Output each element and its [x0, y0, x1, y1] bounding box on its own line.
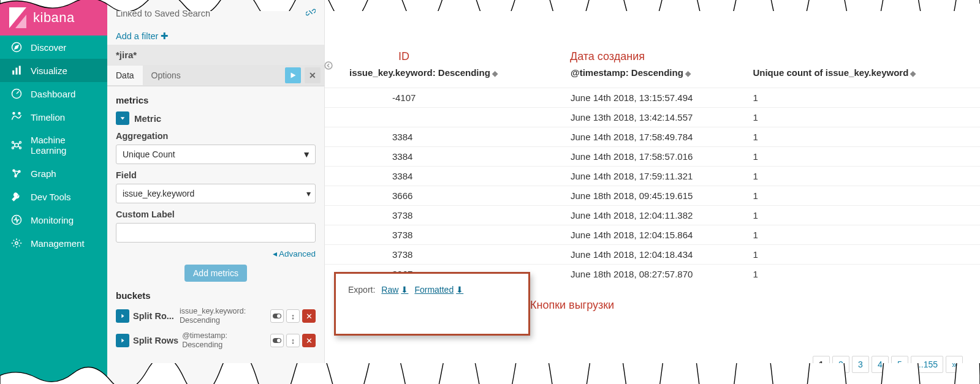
table-row[interactable]: 3738June 14th 2018, 12:04:15.8641	[325, 225, 980, 245]
nav-label: Visualize	[31, 66, 67, 76]
svg-point-28	[277, 339, 281, 342]
sidebar-item-timelion[interactable]: Timelion	[0, 105, 107, 129]
col-header-key[interactable]: issue_key.keyword: Descending◆	[325, 61, 562, 88]
sidebar-item-management[interactable]: Management	[0, 232, 107, 255]
bucket-toggle-button[interactable]	[270, 334, 284, 347]
sidebar-item-dashboard[interactable]: Dashboard	[0, 82, 107, 105]
bucket-summary: issue_key.keyword: Descending	[180, 307, 267, 325]
sidebar-item-devtools[interactable]: Dev Tools	[0, 185, 107, 208]
sidebar-item-ml[interactable]: Machine Learning	[0, 129, 107, 162]
table-row[interactable]: 3738June 14th 2018, 12:04:11.3821	[325, 206, 980, 225]
cell-ts: June 14th 2018, 12:04:11.382	[562, 206, 744, 225]
page-last[interactable]: ...155	[911, 356, 943, 373]
svg-rect-4	[12, 70, 14, 75]
export-callout: Export: Raw ⬇ Formatted ⬇	[334, 272, 530, 336]
page-5[interactable]: 5	[891, 356, 908, 373]
logo-bar[interactable]: kibana	[0, 0, 107, 36]
cell-key: 3738	[325, 206, 562, 225]
tab-data[interactable]: Data	[107, 66, 143, 85]
bucket-row: Split Ro... issue_key.keyword: Descendin…	[116, 307, 316, 325]
export-label: Export:	[348, 285, 375, 295]
apply-changes-button[interactable]	[285, 67, 301, 83]
custom-label-label: Custom Label	[116, 209, 316, 219]
table-row[interactable]: June 13th 2018, 13:42:14.5571	[325, 108, 980, 127]
bucket-name: Split Ro...	[133, 311, 176, 321]
metric-collapse-toggle[interactable]	[116, 111, 129, 125]
bucket-delete-button[interactable]: ✕	[302, 334, 316, 347]
sidebar-item-visualize[interactable]: Visualize	[0, 59, 107, 82]
svg-marker-21	[291, 73, 296, 78]
table-row[interactable]: 3384June 14th 2018, 17:58:57.0161	[325, 147, 980, 167]
svg-rect-6	[19, 66, 21, 75]
sidebar-item-monitoring[interactable]: Monitoring	[0, 208, 107, 232]
cell-ts: June 13th 2018, 13:42:14.557	[562, 108, 744, 127]
data-table: issue_key.keyword: Descending◆ @timestam…	[325, 61, 980, 284]
cell-count: 1	[744, 245, 980, 265]
cell-key: -4107	[325, 88, 562, 108]
cell-count: 1	[744, 167, 980, 186]
cell-key: 3384	[325, 147, 562, 167]
table-row[interactable]: 3384June 14th 2018, 17:58:49.7841	[325, 127, 980, 147]
table-row[interactable]: 3738June 14th 2018, 12:04:18.4341	[325, 245, 980, 265]
sidebar-item-graph[interactable]: Graph	[0, 162, 107, 185]
unlink-icon[interactable]	[306, 7, 316, 19]
custom-label-input[interactable]	[116, 223, 316, 243]
page-1[interactable]: 1	[813, 356, 830, 373]
bucket-collapse-toggle[interactable]	[116, 309, 129, 323]
svg-point-9	[18, 113, 20, 115]
cell-count: 1	[744, 88, 980, 108]
download-icon: ⬇	[401, 285, 408, 295]
advanced-toggle[interactable]: ◂ Advanced	[116, 249, 316, 258]
sidebar-item-discover[interactable]: Discover	[0, 36, 107, 59]
bucket-summary: @timestamp: Descending	[182, 331, 267, 350]
page-next[interactable]: »	[946, 356, 963, 373]
cell-ts: June 18th 2018, 08:27:57.870	[562, 265, 744, 284]
nav-label: Timelion	[31, 112, 65, 122]
annotation-id: ID	[398, 50, 409, 63]
metrics-heading: metrics	[116, 95, 316, 105]
col-header-ts[interactable]: @timestamp: Descending◆	[562, 61, 744, 88]
tab-options[interactable]: Options	[143, 66, 189, 85]
annotation-date: Дата создания	[570, 50, 645, 63]
svg-marker-23	[121, 314, 124, 318]
nav-list: Discover Visualize Dashboard Timelion Ma…	[0, 36, 107, 255]
cell-count: 1	[744, 147, 980, 167]
table-row[interactable]: -4107June 14th 2018, 13:15:57.4941	[325, 88, 980, 108]
cell-key: 3738	[325, 245, 562, 265]
export-formatted-link[interactable]: Formatted ⬇	[414, 285, 463, 295]
nav-label: Monitoring	[31, 215, 74, 225]
bucket-toggle-button[interactable]	[270, 309, 284, 323]
nav-label: Discover	[31, 42, 66, 53]
table-row[interactable]: 3666June 18th 2018, 09:45:19.6151	[325, 186, 980, 206]
svg-marker-3	[15, 45, 18, 49]
index-pattern[interactable]: *jira*	[107, 45, 324, 65]
bucket-priority-button[interactable]: ↕	[286, 334, 300, 347]
add-filter-label: Add a filter	[116, 31, 158, 41]
bucket-collapse-toggle[interactable]	[116, 334, 129, 347]
export-raw-link[interactable]: Raw ⬇	[381, 285, 408, 295]
aggregation-select[interactable]: Unique Count	[116, 145, 316, 164]
bucket-priority-button[interactable]: ↕	[286, 309, 300, 323]
col-header-count[interactable]: Unique count of issue_key.keyword◆	[744, 61, 980, 88]
cell-key: 3384	[325, 167, 562, 186]
nav-label: Dashboard	[31, 89, 75, 99]
buckets-heading: buckets	[116, 290, 316, 301]
table-row[interactable]: 3384June 14th 2018, 17:59:11.3211	[325, 167, 980, 186]
cell-count: 1	[744, 108, 980, 127]
add-filter-button[interactable]: Add a filter ✚	[116, 31, 169, 41]
nav-label: Dev Tools	[31, 192, 71, 202]
cell-key: 3738	[325, 225, 562, 245]
cell-ts: June 14th 2018, 13:15:57.494	[562, 88, 744, 108]
graph-icon	[11, 168, 22, 179]
bucket-delete-button[interactable]: ✕	[302, 309, 316, 323]
bucket-name: Split Rows	[133, 336, 178, 345]
page-2[interactable]: 2	[832, 356, 849, 373]
add-metrics-button[interactable]: Add metrics	[184, 265, 247, 282]
discard-changes-button[interactable]: ✕	[305, 67, 321, 83]
page-3[interactable]: 3	[852, 356, 869, 373]
field-select[interactable]: issue_key.keyword	[116, 184, 316, 203]
svg-point-10	[15, 143, 18, 147]
metric-label: Metric	[134, 113, 161, 124]
page-4[interactable]: 4	[872, 356, 889, 373]
caret-icon: ◂	[273, 249, 277, 258]
